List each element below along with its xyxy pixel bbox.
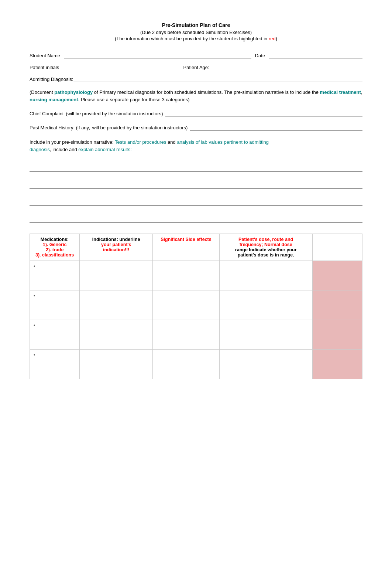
past-history-row: Past Medical History: (if any, will be p… — [30, 124, 362, 130]
patient-row: Patient initials Patient Age: — [30, 64, 362, 70]
past-history-text: will be provided by the simulation instr… — [92, 125, 188, 130]
medications-table: Medications: 1). Generic 2). trade 3). c… — [30, 234, 362, 379]
row4-col2[interactable] — [80, 350, 153, 379]
doc-pathophysiology: pathophysiology — [54, 89, 93, 95]
include-mid2: , include and — [50, 147, 78, 152]
row3-col1[interactable]: • — [30, 320, 80, 350]
doc-mid2: , — [361, 89, 362, 95]
table-row: • — [30, 320, 362, 350]
row3-col3[interactable] — [153, 320, 219, 350]
col4-line4: patient's dose is in range. — [223, 252, 309, 258]
row3-col5[interactable] — [312, 320, 362, 350]
doc-mid1: of Primary medical diagnosis for both sc… — [93, 89, 320, 95]
col4-line2: frequency; Normal dose — [223, 242, 309, 247]
include-tests: Tests and/or procedures — [115, 139, 166, 145]
include-block: Include in your pre-simulation narrative… — [30, 139, 362, 153]
table-header-row: Medications: 1). Generic 2). trade 3). c… — [30, 234, 362, 261]
text-line-3[interactable] — [30, 192, 362, 205]
admitting-diagnosis-line[interactable] — [73, 75, 363, 82]
text-line-1[interactable] — [30, 158, 362, 171]
date-label: Date — [255, 53, 265, 58]
page-header: Pre-Simulation Plan of Care (Due 2 days … — [30, 22, 362, 41]
past-history-label: Past Medical History: (if any, — [30, 125, 90, 130]
col-indications-header: Indications: underline your patient's in… — [80, 234, 153, 261]
row1-col3[interactable] — [153, 261, 219, 290]
table-row: • — [30, 261, 362, 290]
doc-mid3: . Please use a separate page for these 3… — [78, 97, 189, 102]
date-line[interactable] — [269, 52, 362, 58]
include-analysis: analysis of lab values pertinent to admi… — [177, 139, 269, 145]
patient-age-label: Patient Age: — [183, 65, 209, 70]
include-explain: explain abnormal results: — [78, 147, 132, 152]
col-side-effects-header: Significant Side effects — [153, 234, 219, 261]
row2-col2[interactable] — [80, 290, 153, 320]
row1-col4[interactable] — [219, 261, 312, 290]
text-line-2[interactable] — [30, 175, 362, 188]
page: Pre-Simulation Plan of Care (Due 2 days … — [0, 0, 392, 575]
col4-line3: range Indicate whether your — [223, 247, 309, 252]
include-mid1: and — [166, 139, 177, 145]
header-note-post: ) — [276, 36, 277, 41]
col1-line3: 2). trade — [34, 247, 76, 252]
patient-initials-line[interactable] — [63, 64, 179, 70]
col-dose-header: Patient's dose, route and frequency; Nor… — [219, 234, 312, 261]
include-pre: Include in your pre-simulation narrative… — [30, 139, 115, 145]
student-name-line[interactable] — [64, 52, 251, 58]
chief-complaint-row: Chief Complaint (will be provided by the… — [30, 110, 362, 116]
col1-line4: 3). classifications — [34, 252, 76, 258]
chief-complaint-line[interactable] — [165, 110, 363, 116]
doc-medical-treatment: medical treatment — [320, 89, 361, 95]
chief-complaint-label: Chief Complaint — [30, 111, 64, 116]
text-line-4[interactable] — [30, 209, 362, 222]
admitting-diagnosis-label: Admitting Diagnosis: — [30, 76, 73, 82]
header-note-red: red — [269, 36, 276, 41]
patient-age-line[interactable] — [213, 64, 262, 70]
row4-col3[interactable] — [153, 350, 219, 379]
header-note: (The information which must be provided … — [30, 36, 362, 41]
row2-col1[interactable]: • — [30, 290, 80, 320]
col2-line3: indication!!! — [83, 247, 149, 252]
header-sub1: (Due 2 days before scheduled Simulation … — [30, 30, 362, 35]
past-history-line[interactable] — [190, 124, 362, 130]
header-note-pre: (The information which must be provided … — [115, 36, 269, 41]
table-row: • — [30, 290, 362, 320]
row4-col4[interactable] — [219, 350, 312, 379]
row1-col5[interactable] — [312, 261, 362, 290]
col-medications-header: Medications: 1). Generic 2). trade 3). c… — [30, 234, 80, 261]
col3-line1: Significant Side effects — [157, 237, 215, 242]
include-diagnosis: diagnosis — [30, 147, 50, 152]
text-lines-area — [30, 158, 362, 222]
row2-col5[interactable] — [312, 290, 362, 320]
row2-col4[interactable] — [219, 290, 312, 320]
chief-complaint-text: (will be provided by the simulation inst… — [66, 111, 163, 116]
row2-col3[interactable] — [153, 290, 219, 320]
col4-line1: Patient's dose, route and — [223, 237, 309, 242]
student-name-row: Student Name Date — [30, 52, 362, 58]
doc-pre: (Document — [30, 89, 54, 95]
col2-line2: your patient's — [83, 242, 149, 247]
page-title: Pre-Simulation Plan of Care — [30, 22, 362, 28]
col1-line1: Medications: — [34, 237, 76, 242]
col5-header — [312, 234, 362, 261]
col2-line1: Indications: underline — [83, 237, 149, 242]
row3-col4[interactable] — [219, 320, 312, 350]
row4-col5[interactable] — [312, 350, 362, 379]
doc-nursing-management: nursing management — [30, 97, 78, 102]
doc-block: (Document pathophysiology of Primary med… — [30, 89, 362, 103]
col1-line2: 1). Generic — [34, 242, 76, 247]
row1-col1[interactable]: • — [30, 261, 80, 290]
row1-col2[interactable] — [80, 261, 153, 290]
admitting-diagnosis-row: Admitting Diagnosis: — [30, 75, 362, 82]
student-name-label: Student Name — [30, 53, 60, 58]
row4-col1[interactable]: • — [30, 350, 80, 379]
table-row: • — [30, 350, 362, 379]
patient-initials-label: Patient initials — [30, 65, 59, 70]
row3-col2[interactable] — [80, 320, 153, 350]
